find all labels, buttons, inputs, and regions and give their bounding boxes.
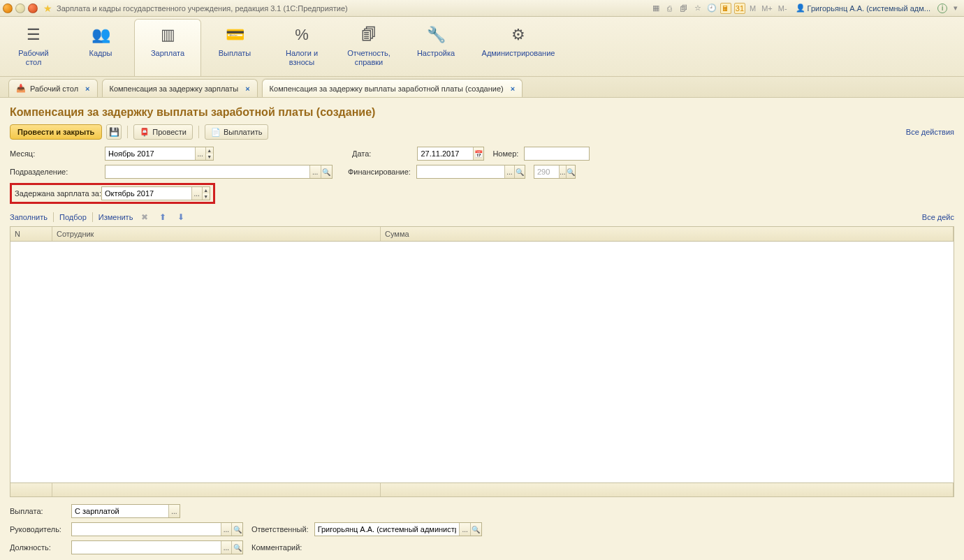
delayed-highlight: Задержана зарплата за: ... ▲▼: [10, 183, 215, 204]
dolzh-input[interactable]: [72, 541, 221, 554]
dolzh-field[interactable]: ... 🔍: [71, 540, 243, 554]
ellipsis-button[interactable]: ...: [309, 165, 321, 178]
calendar-icon[interactable]: 31: [734, 3, 745, 14]
delayed-field[interactable]: ... ▲▼: [101, 186, 210, 200]
post-button[interactable]: 📮 Провести: [133, 124, 193, 140]
resp-input[interactable]: [315, 523, 460, 536]
tab-1[interactable]: Компенсация за задержку зарплаты×: [102, 79, 258, 97]
tool-icon-2[interactable]: 🗐: [678, 3, 689, 14]
month-input[interactable]: [105, 147, 195, 160]
date-input[interactable]: [418, 147, 473, 160]
post-label: Провести: [152, 128, 187, 136]
change-link[interactable]: Изменить: [98, 213, 133, 221]
search-button[interactable]: 🔍: [231, 523, 242, 536]
tool-icon-4[interactable]: 🕘: [706, 3, 717, 14]
section-label: Кадры: [89, 49, 112, 58]
memory-m[interactable]: M: [748, 4, 757, 13]
calendar-button[interactable]: 📅: [473, 147, 483, 160]
ellipsis-button[interactable]: ...: [168, 505, 180, 517]
search-button[interactable]: 🔍: [566, 165, 575, 178]
col-sum[interactable]: Сумма: [381, 227, 954, 241]
dept-input[interactable]: [105, 165, 309, 178]
month-field[interactable]: ... ▲▼: [105, 147, 214, 161]
section-4[interactable]: %Налоги ивзносы: [268, 20, 335, 76]
date-field[interactable]: 📅: [417, 147, 484, 161]
section-1[interactable]: 👥Кадры: [67, 20, 134, 76]
fin2-field[interactable]: ... 🔍: [534, 165, 576, 179]
post-and-close-button[interactable]: Провести и закрыть: [10, 124, 102, 140]
nav-back-icon[interactable]: [15, 3, 25, 13]
table-body[interactable]: [10, 242, 954, 482]
select-link[interactable]: Подбор: [59, 213, 87, 221]
search-button[interactable]: 🔍: [231, 541, 242, 554]
ellipsis-button[interactable]: ...: [221, 541, 232, 554]
memory-mplus[interactable]: M+: [760, 4, 774, 13]
section-7[interactable]: ⚙Администрирование: [469, 20, 567, 76]
calc-icon[interactable]: 🖩: [720, 3, 731, 14]
info-icon[interactable]: i: [937, 3, 947, 13]
all-actions-link[interactable]: Все действия: [906, 128, 954, 136]
vyplata-input[interactable]: [72, 505, 168, 517]
current-user[interactable]: 👤 Григорьянц А.А. (системный адм...: [796, 3, 930, 13]
section-6[interactable]: 🔧Настройка: [402, 20, 469, 76]
nav-fwd-icon[interactable]: [28, 3, 38, 13]
all-actions-2[interactable]: Все дейс: [922, 213, 954, 221]
search-button[interactable]: 🔍: [514, 165, 525, 178]
ellipsis-button[interactable]: ...: [221, 523, 232, 536]
tab-close-icon[interactable]: ×: [245, 84, 249, 93]
delete-icon[interactable]: ✖: [138, 211, 151, 223]
fin-input[interactable]: [417, 165, 504, 178]
delayed-spinner[interactable]: ▲▼: [202, 187, 210, 200]
delayed-input[interactable]: [102, 187, 191, 200]
section-0[interactable]: ☰Рабочийстол: [0, 20, 67, 76]
search-button[interactable]: 🔍: [470, 523, 481, 536]
ruk-input[interactable]: [72, 523, 221, 536]
section-5[interactable]: 🗐Отчетность,справки: [335, 20, 402, 76]
page-title: Компенсация за задержку выплаты заработн…: [10, 106, 954, 119]
fin2-input[interactable]: [534, 165, 559, 178]
memory-mminus[interactable]: M-: [777, 4, 789, 13]
col-employee[interactable]: Сотрудник: [52, 227, 381, 241]
ruk-field[interactable]: ... 🔍: [71, 522, 243, 536]
ellipsis-button[interactable]: ...: [459, 523, 470, 536]
fill-link[interactable]: Заполнить: [10, 213, 48, 221]
ellipsis-button[interactable]: ...: [504, 165, 515, 178]
table-toolbar: Заполнить Подбор Изменить ✖ ⬆ ⬇ Все дейс: [10, 211, 954, 226]
search-button[interactable]: 🔍: [321, 165, 332, 178]
tab-close-icon[interactable]: ×: [85, 84, 89, 93]
ellipsis-button[interactable]: ...: [191, 187, 202, 200]
down-icon[interactable]: ⬇: [175, 211, 187, 223]
favorite-icon[interactable]: ★: [43, 3, 52, 14]
tab-label: Компенсация за задержку выплаты заработн…: [270, 84, 504, 93]
ellipsis-button[interactable]: ...: [559, 165, 566, 178]
resp-field[interactable]: ... 🔍: [314, 522, 482, 536]
save-icon[interactable]: 💾: [106, 124, 122, 140]
ellipsis-button[interactable]: ...: [195, 147, 205, 160]
pay-button[interactable]: 📄 Выплатить: [205, 124, 268, 140]
section-icon: 🗐: [361, 25, 377, 45]
dropdown-icon[interactable]: ▾: [950, 3, 961, 14]
titlebar: ★ Зарплата и кадры государственного учре…: [0, 0, 964, 17]
tab-close-icon[interactable]: ×: [511, 84, 515, 93]
tool-icon-3[interactable]: ☆: [692, 3, 703, 14]
section-2[interactable]: ▥Зарплата: [134, 19, 201, 76]
vyplata-field[interactable]: ...: [71, 504, 180, 518]
tabbar: 📥Рабочий стол×Компенсация за задержку за…: [0, 77, 964, 98]
section-icon: ⚙: [511, 25, 525, 45]
section-3[interactable]: 💳Выплаты: [201, 20, 268, 76]
tab-2[interactable]: Компенсация за задержку выплаты заработн…: [262, 79, 523, 97]
up-icon[interactable]: ⬆: [156, 211, 169, 223]
user-name: Григорьянц А.А. (системный адм...: [808, 4, 930, 13]
number-input[interactable]: [525, 147, 589, 160]
tab-0[interactable]: 📥Рабочий стол×: [8, 79, 98, 97]
dept-field[interactable]: ... 🔍: [105, 165, 333, 179]
fin-field[interactable]: ... 🔍: [416, 165, 525, 179]
section-nav: ☰Рабочийстол👥Кадры▥Зарплата💳Выплаты%Нало…: [0, 17, 964, 77]
col-n[interactable]: N: [10, 227, 52, 241]
tool-icon-1[interactable]: ▦: [650, 3, 662, 14]
print-icon[interactable]: ⎙: [664, 3, 675, 14]
logo-1c-icon: [3, 3, 13, 13]
section-icon: 👥: [92, 25, 110, 45]
number-field[interactable]: [524, 147, 590, 161]
month-spinner[interactable]: ▲▼: [205, 147, 213, 160]
